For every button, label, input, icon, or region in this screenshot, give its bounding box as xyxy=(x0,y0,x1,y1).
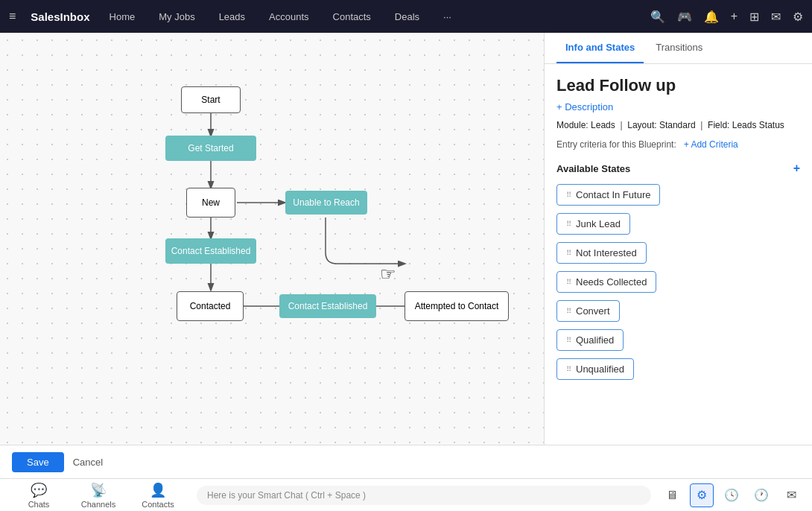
state-label: Convert xyxy=(576,305,610,317)
state-convert[interactable]: ⠿ Convert xyxy=(556,300,620,322)
nav-more[interactable]: ··· xyxy=(439,8,456,25)
chats-icon: 💬 xyxy=(31,482,47,498)
panel-meta: Module: Leads | Layout: Standard | Field… xyxy=(556,120,800,130)
criteria-label: Entry criteria for this Blueprint: xyxy=(556,139,676,150)
state-label: Not Interested xyxy=(576,247,637,258)
nav-contacts[interactable]: Contacts xyxy=(329,8,375,25)
node-contacted[interactable]: Contacted xyxy=(177,291,244,321)
cancel-button[interactable]: Cancel xyxy=(73,457,103,468)
add-criteria-link[interactable]: + Add Criteria xyxy=(684,139,738,150)
chat-nav-chats[interactable]: 💬 Chats xyxy=(9,482,69,509)
right-panel: Info and States Transitions Lead Follow … xyxy=(544,33,812,445)
search-icon[interactable]: 🔍 xyxy=(650,10,665,24)
contacts-label: Contacts xyxy=(142,500,174,509)
flowchart-canvas[interactable]: Start Get Started New Unable to Reach Co… xyxy=(0,33,544,445)
node-contact-established-1[interactable]: Contact Established xyxy=(165,238,256,264)
nav-icon-group: 🔍 🎮 🔔 + ⊞ ✉ ⚙ xyxy=(650,10,803,24)
drag-handle-icon: ⠿ xyxy=(566,336,571,344)
tab-info-and-states[interactable]: Info and States xyxy=(556,33,644,63)
hamburger-menu[interactable]: ≡ xyxy=(9,10,16,23)
drag-handle-icon: ⠿ xyxy=(566,365,571,373)
channels-label: Channels xyxy=(81,500,115,509)
add-description-link[interactable]: + Description xyxy=(556,101,613,112)
state-label: Needs Collected xyxy=(576,276,647,288)
state-qualified[interactable]: ⠿ Qualified xyxy=(556,329,624,351)
save-button[interactable]: Save xyxy=(12,452,64,472)
contacts-icon: 👤 xyxy=(150,482,166,498)
chat-nav-channels[interactable]: 📡 Channels xyxy=(69,482,128,509)
state-not-interested[interactable]: ⠿ Not Interested xyxy=(556,242,647,264)
channels-icon: 📡 xyxy=(90,482,107,498)
panel-body: Lead Follow up + Description Module: Lea… xyxy=(545,64,812,445)
drag-handle-icon: ⠿ xyxy=(566,307,571,315)
notification-icon[interactable]: 🔔 xyxy=(704,10,719,24)
node-start[interactable]: Start xyxy=(181,86,241,113)
field-value: Leads Status xyxy=(732,120,784,130)
smart-chat-input[interactable]: Here is your Smart Chat ( Ctrl + Space ) xyxy=(197,486,651,505)
chats-label: Chats xyxy=(28,500,50,509)
state-label: Qualified xyxy=(576,334,614,346)
top-navigation: ≡ SalesInbox Home My Jobs Leads Accounts… xyxy=(0,0,812,33)
layout-value: Standard xyxy=(659,120,696,130)
criteria-line: Entry criteria for this Blueprint: + Add… xyxy=(556,139,800,150)
grid-icon[interactable]: ⊞ xyxy=(749,10,759,24)
nav-home[interactable]: Home xyxy=(105,8,140,25)
panel-tabs: Info and States Transitions xyxy=(545,33,812,64)
node-unable-to-reach[interactable]: Unable to Reach xyxy=(285,191,367,215)
cursor-pointer: ☞ xyxy=(380,264,396,285)
drag-handle-icon: ⠿ xyxy=(566,249,571,257)
flow-arrows xyxy=(0,33,544,445)
module-label: Module: xyxy=(556,120,589,130)
node-get-started[interactable]: Get Started xyxy=(165,136,256,161)
blueprint-title: Lead Follow up xyxy=(556,76,800,95)
tab-transitions[interactable]: Transitions xyxy=(647,33,711,63)
mail-icon[interactable]: ✉ xyxy=(771,10,781,24)
state-junk-lead[interactable]: ⠿ Junk Lead xyxy=(556,213,630,235)
chat-placeholder: Here is your Smart Chat ( Ctrl + Space ) xyxy=(207,490,366,501)
chat-bar: 💬 Chats 📡 Channels 👤 Contacts Here is yo… xyxy=(0,478,812,511)
settings-icon[interactable]: ⚙ xyxy=(793,10,803,24)
state-label: Unqualified xyxy=(576,364,624,375)
field-label: Field: xyxy=(708,120,729,130)
state-unqualified[interactable]: ⠿ Unqualified xyxy=(556,358,634,380)
drag-handle-icon: ⠿ xyxy=(566,220,571,228)
clock-icon[interactable]: 🕐 xyxy=(749,483,773,507)
chat-nav-contacts[interactable]: 👤 Contacts xyxy=(128,482,188,509)
gear-settings-icon[interactable]: ⚙ xyxy=(690,483,714,507)
drag-handle-icon: ⠿ xyxy=(566,278,571,286)
envelope-icon[interactable]: ✉ xyxy=(779,483,803,507)
add-state-button[interactable]: + xyxy=(793,162,800,175)
node-contact-established-2[interactable]: Contact Established xyxy=(279,294,376,318)
add-icon[interactable]: + xyxy=(731,10,738,23)
nav-deals[interactable]: Deals xyxy=(390,8,424,25)
nav-myjobs[interactable]: My Jobs xyxy=(154,8,199,25)
nav-leads[interactable]: Leads xyxy=(215,8,250,25)
layout-label: Layout: xyxy=(627,120,656,130)
drag-handle-icon: ⠿ xyxy=(566,191,571,199)
screen-icon[interactable]: 🖥 xyxy=(660,483,684,507)
state-label: Junk Lead xyxy=(576,218,621,229)
game-icon[interactable]: 🎮 xyxy=(677,10,692,24)
bottom-bar: Save Cancel xyxy=(0,445,812,478)
nav-accounts[interactable]: Accounts xyxy=(264,8,313,25)
state-needs-collected[interactable]: ⠿ Needs Collected xyxy=(556,271,656,293)
state-label: Contact In Future xyxy=(576,189,650,200)
main-area: Start Get Started New Unable to Reach Co… xyxy=(0,33,812,445)
chat-toolbar: 🖥 ⚙ 🕓 🕐 ✉ xyxy=(660,483,803,507)
node-attempted-to-contact[interactable]: Attempted to Contact xyxy=(405,291,509,321)
state-contact-in-future[interactable]: ⠿ Contact In Future xyxy=(556,184,660,206)
app-logo: SalesInbox xyxy=(31,10,89,23)
available-states-header: Available States + xyxy=(556,162,800,175)
node-new[interactable]: New xyxy=(186,188,235,218)
available-states-label: Available States xyxy=(556,163,630,174)
history-icon[interactable]: 🕓 xyxy=(720,483,743,507)
module-value: Leads xyxy=(591,120,615,130)
